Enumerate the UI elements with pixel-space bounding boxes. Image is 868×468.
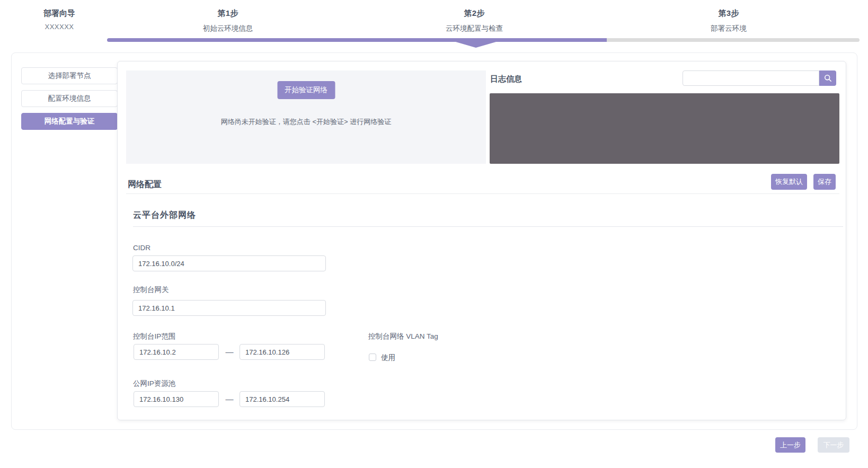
start-validation-button[interactable]: 开始验证网络 <box>277 81 335 99</box>
sidebar-item-network-config-validation[interactable]: 网络配置与验证 <box>21 113 118 130</box>
validation-status-message: 网络尚未开始验证，请您点击 <开始验证> 进行网络验证 <box>221 117 391 127</box>
vlan-use-label: 使用 <box>381 353 395 363</box>
deployment-wizard-page: 部署向导 XXXXXX 第1步 初始云环境信息 第2步 云环境配置与检查 第3步… <box>0 0 868 468</box>
public-ip-pool-end-input[interactable] <box>240 391 325 407</box>
section-underline <box>133 226 843 227</box>
log-section-title: 日志信息 <box>490 74 522 84</box>
console-ip-range-end-input[interactable] <box>240 344 325 360</box>
sidebar-item-label: 网络配置与验证 <box>45 117 95 126</box>
wizard-step-2: 第2步 云环境配置与检查 <box>416 8 533 33</box>
step-label: 部署云环境 <box>670 24 787 33</box>
cidr-label: CIDR <box>133 244 150 252</box>
divider <box>126 193 839 194</box>
current-step-pointer-icon <box>456 42 496 48</box>
network-config-title: 网络配置 <box>128 179 162 190</box>
step-label: 云环境配置与检查 <box>416 24 533 33</box>
step-number: 第2步 <box>416 8 533 19</box>
step-label: 初始云环境信息 <box>170 24 286 33</box>
wizard-step-1: 第1步 初始云环境信息 <box>170 8 286 33</box>
network-validation-box: 开始验证网络 网络尚未开始验证，请您点击 <开始验证> 进行网络验证 <box>126 70 486 164</box>
restore-defaults-button[interactable]: 恢复默认 <box>771 174 807 190</box>
console-gateway-label: 控制台网关 <box>133 285 169 295</box>
wizard-title: 部署向导 <box>17 8 102 19</box>
section-title-external-network: 云平台外部网络 <box>133 210 196 221</box>
progress-bar-remaining <box>607 38 860 42</box>
range-separator: — <box>222 347 237 356</box>
console-ip-range-start-input[interactable] <box>134 344 219 360</box>
wizard-subtitle: XXXXXX <box>17 23 102 31</box>
log-output-area <box>490 93 839 164</box>
log-search-button[interactable] <box>819 70 836 86</box>
sidebar-item-label: 配置环境信息 <box>48 94 91 103</box>
step-number: 第3步 <box>670 8 787 19</box>
magnifier-icon <box>824 74 832 82</box>
sidebar-item-configure-env-info[interactable]: 配置环境信息 <box>21 90 118 107</box>
next-step-button[interactable]: 下一步 <box>818 437 849 453</box>
wizard-step-3: 第3步 部署云环境 <box>670 8 787 33</box>
save-button[interactable]: 保存 <box>813 174 836 190</box>
public-ip-pool-label: 公网IP资源池 <box>133 379 175 388</box>
console-ip-range-label: 控制台IP范围 <box>133 332 175 341</box>
range-separator: — <box>222 394 237 403</box>
vlan-tag-label: 控制台网络 VLAN Tag <box>368 332 438 341</box>
cidr-input[interactable] <box>132 255 326 271</box>
sidebar-item-select-deploy-node[interactable]: 选择部署节点 <box>21 67 118 84</box>
step-number: 第1步 <box>170 8 286 19</box>
progress-bar-completed <box>107 38 607 42</box>
console-gateway-input[interactable] <box>132 300 326 316</box>
log-search-input[interactable] <box>683 70 819 86</box>
previous-step-button[interactable]: 上一步 <box>775 437 805 453</box>
vlan-use-checkbox[interactable] <box>369 354 376 361</box>
sidebar-item-label: 选择部署节点 <box>48 71 91 81</box>
public-ip-pool-start-input[interactable] <box>134 391 219 407</box>
wizard-brand: 部署向导 XXXXXX <box>17 8 102 31</box>
